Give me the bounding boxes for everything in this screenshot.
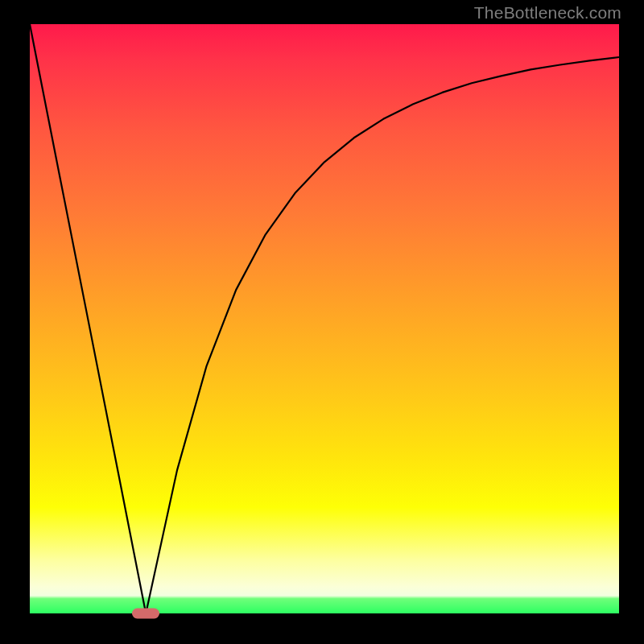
optimal-marker bbox=[132, 609, 159, 619]
bottleneck-curve bbox=[30, 24, 619, 613]
watermark-text: TheBottleneck.com bbox=[474, 3, 621, 23]
plot-area bbox=[30, 24, 619, 613]
chart-frame: TheBottleneck.com bbox=[0, 0, 644, 644]
